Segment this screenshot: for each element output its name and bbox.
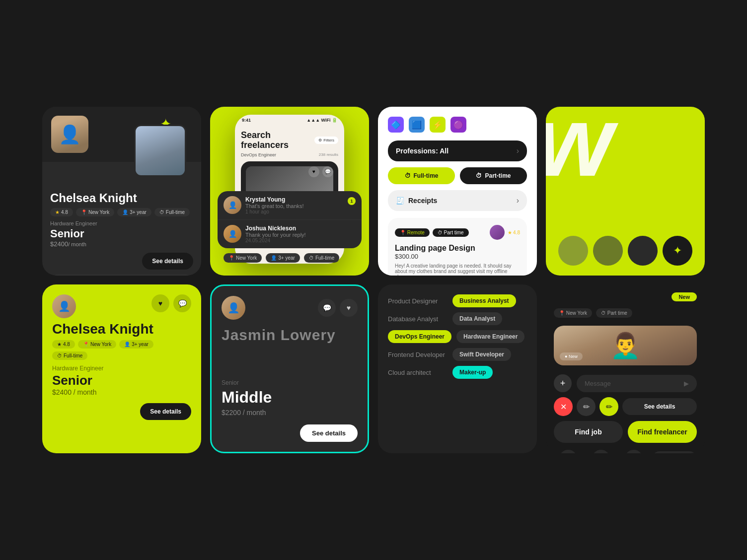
professions-card: 🔷 🟦 ⚡ 🟣 Professions: All › ⏱ Full-time ⏱… xyxy=(378,107,537,276)
job-card: 📍 Remote ⏱ Part time ★ 4.8 Landing page … xyxy=(388,218,527,276)
cat-tag-data-analyst[interactable]: Data Analyst xyxy=(452,312,502,325)
profile-button[interactable]: 👤 Profile xyxy=(652,451,697,453)
bottom-tags: 📍 New York 👤 3+ year ⏱ Full-time xyxy=(218,248,362,268)
jasmin-card: 👤 💬 ♥ Jasmin Lowery Senior Middle $2200 … xyxy=(210,284,369,453)
profile-card-dark: 👤 ✦ Chelsea Knight ★ 4.8 📍 New York 👤 3+… xyxy=(42,107,201,276)
find-freelancer-button[interactable]: Find freelancer xyxy=(628,421,697,443)
message-item[interactable]: 👤 Krystal Young That's great too, thanks… xyxy=(218,191,362,219)
chevron-right-icon: › xyxy=(517,146,519,155)
chat-find-card: New 📍 New York ⏱ Part time 👨‍🦱 ● New + M… xyxy=(546,284,705,453)
color-circle-3 xyxy=(628,236,658,266)
worktype-tag: ⏱ Full-time xyxy=(304,253,339,263)
cat-tag-devops[interactable]: DevOps Engineer xyxy=(388,330,451,343)
phone-title: Search freelancers xyxy=(241,131,314,150)
receipts-label: 🧾 Receipts xyxy=(396,197,437,205)
card5-role: Hardware Engineer xyxy=(52,365,191,372)
experience-tag: 👤 3+ year xyxy=(117,208,151,216)
receipts-chevron-icon: › xyxy=(517,196,519,205)
cat-tag-hardware[interactable]: Hardware Engineer xyxy=(456,330,524,343)
new-badge-photo: ● New xyxy=(560,352,583,360)
fulltime-button[interactable]: ⏱ Full-time xyxy=(388,167,455,184)
jasmin-see-details-button[interactable]: See details xyxy=(300,424,358,442)
profession-filter[interactable]: Professions: All › xyxy=(388,140,527,161)
card5-rating: ★ 4.8 xyxy=(52,340,75,349)
job-rating: ★ 4.8 xyxy=(508,230,520,235)
find-job-button[interactable]: Find job xyxy=(554,421,623,443)
msg-badge: 1 xyxy=(348,197,356,205)
cat-tag-makeup[interactable]: Maker-up xyxy=(452,366,493,379)
job-title: Landing page Design xyxy=(395,244,520,253)
filters-button[interactable]: ⚙ Filters xyxy=(314,137,338,144)
see-details-button[interactable]: See details xyxy=(622,398,697,415)
jasmin-level: Middle xyxy=(222,388,358,407)
worktype-tag: ⏱ Full-time xyxy=(154,208,190,216)
location-tag: 📍 New York xyxy=(76,208,114,216)
color-circle-1 xyxy=(558,236,588,266)
parttime-tag: ⏱ Part time xyxy=(596,308,632,318)
find-buttons: Find job Find freelancer xyxy=(554,421,697,443)
parttime-tag: ⏱ Part time xyxy=(433,228,469,237)
briefcase-icon: 💼 xyxy=(559,450,577,453)
add-button[interactable]: + xyxy=(554,374,572,392)
msg-time-1: 1 hour ago xyxy=(245,209,304,214)
new-label: New xyxy=(672,292,697,301)
profile-role: Hardware Engineer xyxy=(50,220,193,226)
messages-panel: 👤 Krystal Young That's great too, thanks… xyxy=(218,191,362,248)
card5-location: 📍 New York xyxy=(78,340,116,349)
category-tags-card: Product Designer Business Analyst Databa… xyxy=(378,284,537,453)
time-filter-btns: ⏱ Full-time ⏱ Part-time xyxy=(388,167,527,184)
message-input[interactable]: Message ▶ xyxy=(577,375,697,392)
card5-see-details-button[interactable]: See details xyxy=(140,403,191,420)
card5-avatar: 👤 xyxy=(52,294,76,318)
heart-button[interactable]: ♥ xyxy=(151,294,169,312)
nav-chat[interactable]: 💬 xyxy=(619,450,648,453)
rating-tag: ★ 4.8 xyxy=(50,208,73,216)
app-icon-3: ⚡ xyxy=(430,117,446,133)
category-row: Database Analyst Data Analyst xyxy=(388,312,527,325)
job-price: $300.00 xyxy=(395,253,520,260)
heart-icon[interactable]: ♥ xyxy=(308,166,319,177)
app-icon-4: 🟣 xyxy=(450,117,466,133)
job-poster-avatar xyxy=(490,225,505,240)
nav-briefcase[interactable]: 💼 xyxy=(554,450,583,453)
msg-name-1: Krystal Young xyxy=(245,196,304,203)
parttime-button[interactable]: ⏱ Part-time xyxy=(460,167,527,184)
profile-avatar: 👤 xyxy=(51,116,88,153)
card5-salary: $2400 / month xyxy=(52,388,191,396)
message-item[interactable]: 👤 Joshua Nickleson Thank you for your re… xyxy=(218,219,362,248)
card5-worktype: ⏱ Full-time xyxy=(52,351,87,360)
msg-time-2: 24.05.2024 xyxy=(245,238,306,243)
second-photo xyxy=(134,125,186,177)
card5-name: Chelsea Knight xyxy=(52,322,191,336)
cat-tag-business-analyst[interactable]: Business Analyst xyxy=(452,294,516,307)
edit-button[interactable]: ✏ xyxy=(577,397,596,416)
brand-card: w ✦ xyxy=(546,107,705,276)
send-yellow-button[interactable]: ✏ xyxy=(599,397,618,416)
category-row: Cloud architect Maker-up xyxy=(388,366,527,379)
jasmin-name: Jasmin Lowery xyxy=(222,327,358,353)
jasmin-salary: $2200 / month xyxy=(222,409,358,417)
see-details-button[interactable]: See details xyxy=(142,253,193,270)
color-circle-2 xyxy=(593,236,623,266)
close-button[interactable]: ✕ xyxy=(554,397,573,416)
color-circles: ✦ xyxy=(546,236,705,266)
experience-tag: 👤 3+ year xyxy=(266,253,300,263)
location-tag: 📍 New York xyxy=(554,308,592,318)
search-icon: 🔍 xyxy=(592,450,610,453)
chat-button[interactable]: 💬 xyxy=(173,294,191,312)
receipts-row[interactable]: 🧾 Receipts › xyxy=(388,190,527,211)
cat-tag-swift[interactable]: Swift Developer xyxy=(452,348,511,361)
profession-label: Professions: All xyxy=(396,147,448,155)
jasmin-chat-button[interactable]: 💬 xyxy=(318,299,336,317)
nav-search[interactable]: 🔍 xyxy=(587,450,615,453)
job-description: Hey! A creative landing page is needed. … xyxy=(395,263,520,276)
phone-mockup-card: 9:41 ▲▲▲ WiFi 🔋 Search freelancers ⚙ Fil… xyxy=(210,107,369,276)
cat-label-database: Database Analyst xyxy=(388,315,448,323)
msg-name-2: Joshua Nickleson xyxy=(245,225,306,232)
jasmin-heart-button[interactable]: ♥ xyxy=(340,299,358,317)
msg-avatar-2: 👤 xyxy=(224,225,241,243)
chat-icon[interactable]: 💬 xyxy=(322,166,333,177)
send-icon: ▶ xyxy=(684,380,689,387)
results-count: 238 results xyxy=(319,152,338,157)
app-icons: 🔷 🟦 ⚡ 🟣 xyxy=(388,117,527,133)
